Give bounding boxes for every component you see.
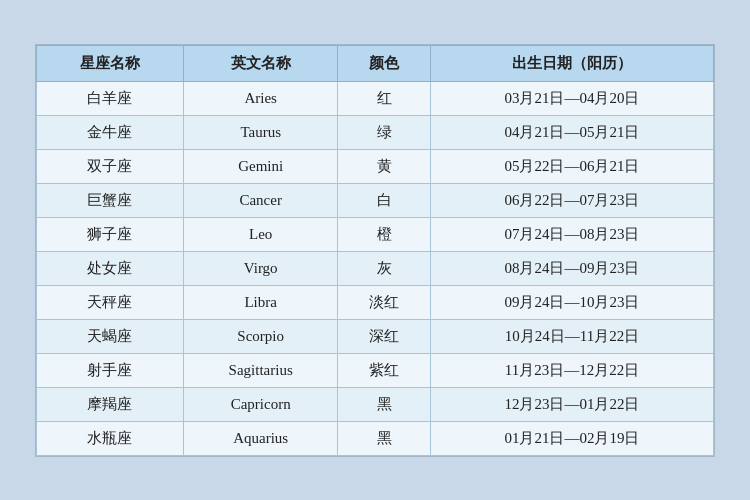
table-row: 天秤座Libra淡红09月24日—10月23日 xyxy=(37,285,714,319)
cell-r4-c2: 橙 xyxy=(338,217,431,251)
table-row: 射手座Sagittarius紫红11月23日—12月22日 xyxy=(37,353,714,387)
cell-r6-c1: Libra xyxy=(183,285,338,319)
cell-r3-c1: Cancer xyxy=(183,183,338,217)
table-row: 水瓶座Aquarius黑01月21日—02月19日 xyxy=(37,421,714,455)
cell-r8-c1: Sagittarius xyxy=(183,353,338,387)
cell-r6-c3: 09月24日—10月23日 xyxy=(430,285,713,319)
cell-r0-c1: Aries xyxy=(183,81,338,115)
cell-r9-c3: 12月23日—01月22日 xyxy=(430,387,713,421)
cell-r2-c0: 双子座 xyxy=(37,149,184,183)
table-row: 天蝎座Scorpio深红10月24日—11月22日 xyxy=(37,319,714,353)
cell-r7-c2: 深红 xyxy=(338,319,431,353)
cell-r9-c1: Capricorn xyxy=(183,387,338,421)
cell-r3-c0: 巨蟹座 xyxy=(37,183,184,217)
cell-r8-c2: 紫红 xyxy=(338,353,431,387)
table-row: 白羊座Aries红03月21日—04月20日 xyxy=(37,81,714,115)
cell-r1-c2: 绿 xyxy=(338,115,431,149)
cell-r8-c3: 11月23日—12月22日 xyxy=(430,353,713,387)
cell-r3-c2: 白 xyxy=(338,183,431,217)
table-row: 摩羯座Capricorn黑12月23日—01月22日 xyxy=(37,387,714,421)
table-row: 金牛座Taurus绿04月21日—05月21日 xyxy=(37,115,714,149)
cell-r0-c0: 白羊座 xyxy=(37,81,184,115)
cell-r4-c0: 狮子座 xyxy=(37,217,184,251)
cell-r0-c3: 03月21日—04月20日 xyxy=(430,81,713,115)
cell-r7-c0: 天蝎座 xyxy=(37,319,184,353)
cell-r4-c3: 07月24日—08月23日 xyxy=(430,217,713,251)
column-header: 星座名称 xyxy=(37,45,184,81)
cell-r7-c1: Scorpio xyxy=(183,319,338,353)
cell-r9-c0: 摩羯座 xyxy=(37,387,184,421)
table-row: 狮子座Leo橙07月24日—08月23日 xyxy=(37,217,714,251)
cell-r4-c1: Leo xyxy=(183,217,338,251)
cell-r7-c3: 10月24日—11月22日 xyxy=(430,319,713,353)
cell-r1-c0: 金牛座 xyxy=(37,115,184,149)
cell-r5-c3: 08月24日—09月23日 xyxy=(430,251,713,285)
cell-r6-c0: 天秤座 xyxy=(37,285,184,319)
table-row: 处女座Virgo灰08月24日—09月23日 xyxy=(37,251,714,285)
cell-r2-c3: 05月22日—06月21日 xyxy=(430,149,713,183)
cell-r8-c0: 射手座 xyxy=(37,353,184,387)
cell-r6-c2: 淡红 xyxy=(338,285,431,319)
table-body: 白羊座Aries红03月21日—04月20日金牛座Taurus绿04月21日—0… xyxy=(37,81,714,455)
cell-r5-c2: 灰 xyxy=(338,251,431,285)
table-header-row: 星座名称英文名称颜色出生日期（阳历） xyxy=(37,45,714,81)
cell-r10-c0: 水瓶座 xyxy=(37,421,184,455)
column-header: 出生日期（阳历） xyxy=(430,45,713,81)
column-header: 颜色 xyxy=(338,45,431,81)
zodiac-table: 星座名称英文名称颜色出生日期（阳历） 白羊座Aries红03月21日—04月20… xyxy=(36,45,714,456)
cell-r3-c3: 06月22日—07月23日 xyxy=(430,183,713,217)
cell-r0-c2: 红 xyxy=(338,81,431,115)
table-row: 巨蟹座Cancer白06月22日—07月23日 xyxy=(37,183,714,217)
zodiac-table-container: 星座名称英文名称颜色出生日期（阳历） 白羊座Aries红03月21日—04月20… xyxy=(35,44,715,457)
cell-r10-c2: 黑 xyxy=(338,421,431,455)
cell-r5-c0: 处女座 xyxy=(37,251,184,285)
cell-r1-c1: Taurus xyxy=(183,115,338,149)
table-row: 双子座Gemini黄05月22日—06月21日 xyxy=(37,149,714,183)
column-header: 英文名称 xyxy=(183,45,338,81)
cell-r10-c1: Aquarius xyxy=(183,421,338,455)
cell-r10-c3: 01月21日—02月19日 xyxy=(430,421,713,455)
cell-r5-c1: Virgo xyxy=(183,251,338,285)
cell-r2-c2: 黄 xyxy=(338,149,431,183)
cell-r1-c3: 04月21日—05月21日 xyxy=(430,115,713,149)
cell-r2-c1: Gemini xyxy=(183,149,338,183)
cell-r9-c2: 黑 xyxy=(338,387,431,421)
